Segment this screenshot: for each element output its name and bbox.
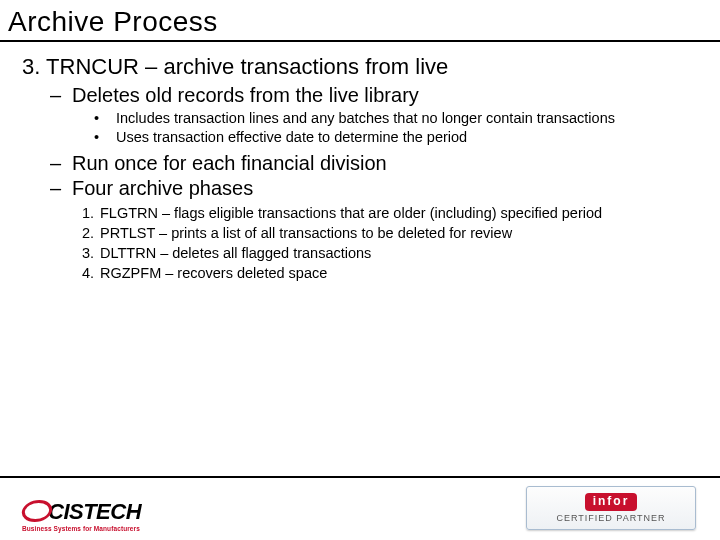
subheading-1-text: Deletes old records from the live librar… [72, 84, 419, 106]
page-title: Archive Process [0, 0, 720, 42]
list-item: • Includes transaction lines and any bat… [94, 109, 704, 127]
cistech-logo: CISTECH Business Systems for Manufacture… [22, 500, 172, 532]
list-item: 2. PRTLST – prints a list of all transac… [76, 224, 704, 243]
dash-icon: – [50, 84, 72, 107]
brand-name: CISTECH [48, 499, 141, 524]
infor-partner-badge: infor CERTIFIED PARTNER [526, 486, 696, 530]
subheading-2: –Run once for each financial division [50, 152, 704, 175]
bullet-icon: • [94, 109, 116, 127]
item-text: DLTTRN – deletes all flagged transaction… [100, 244, 371, 263]
subheading-3-text: Four archive phases [72, 177, 253, 199]
list-item: 4. RGZPFM – recovers deleted space [76, 264, 704, 283]
list-item: 3. DLTTRN – deletes all flagged transact… [76, 244, 704, 263]
dash-icon: – [50, 152, 72, 175]
bullet-text: Uses transaction effective date to deter… [116, 128, 467, 146]
subheading-3: –Four archive phases [50, 177, 704, 200]
infor-logo: infor [585, 493, 638, 511]
heading-number: 3. [22, 54, 40, 79]
subheading-2-text: Run once for each financial division [72, 152, 387, 174]
subheading-1: –Deletes old records from the live libra… [50, 84, 704, 107]
slide-content: 3. TRNCUR – archive transactions from li… [0, 42, 720, 283]
item-number: 1. [76, 204, 100, 223]
heading-level1: 3. TRNCUR – archive transactions from li… [22, 54, 704, 80]
numbered-list: 1. FLGTRN – flags eligible transactions … [76, 204, 704, 282]
partner-label: CERTIFIED PARTNER [556, 513, 665, 523]
item-text: PRTLST – prints a list of all transactio… [100, 224, 512, 243]
logo-text: CISTECH [22, 500, 172, 523]
item-number: 3. [76, 244, 100, 263]
footer-divider [0, 476, 720, 478]
list-item: 1. FLGTRN – flags eligible transactions … [76, 204, 704, 223]
bullet-list-1: • Includes transaction lines and any bat… [94, 109, 704, 146]
list-item: • Uses transaction effective date to det… [94, 128, 704, 146]
item-number: 2. [76, 224, 100, 243]
heading-text: TRNCUR – archive transactions from live [46, 54, 448, 79]
bullet-text: Includes transaction lines and any batch… [116, 109, 615, 127]
item-text: RGZPFM – recovers deleted space [100, 264, 327, 283]
dash-icon: – [50, 177, 72, 200]
item-text: FLGTRN – flags eligible transactions tha… [100, 204, 602, 223]
logo-tagline: Business Systems for Manufacturers [22, 525, 172, 532]
item-number: 4. [76, 264, 100, 283]
bullet-icon: • [94, 128, 116, 146]
